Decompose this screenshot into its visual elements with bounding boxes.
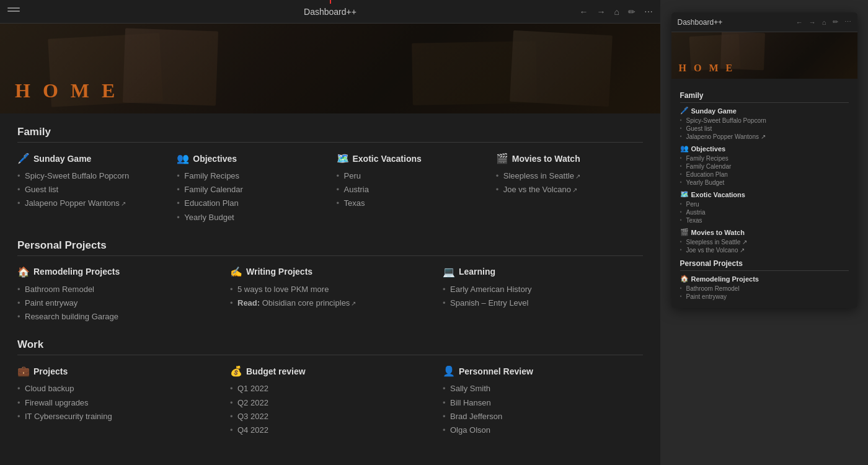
list-item[interactable]: Education Plan (177, 197, 324, 210)
mini-list-item[interactable]: Paint entryway (680, 293, 849, 301)
list-item[interactable]: Q4 2022 (230, 423, 430, 437)
mini-back-button[interactable]: ← (796, 19, 803, 26)
back-button[interactable]: ← (580, 7, 588, 17)
mini-list-item[interactable]: Joe vs the Volcano ↗ (680, 246, 849, 254)
list-item[interactable]: 5 ways to love PKM more (230, 283, 430, 296)
list-item[interactable]: Brad Jefferson (443, 410, 643, 423)
card-header-work-1[interactable]: 💰Budget review (230, 365, 430, 377)
card-items-personal-projects-1: 5 ways to love PKM moreRead: Obisidian c… (230, 283, 430, 310)
list-item[interactable]: Q1 2022 (230, 382, 430, 396)
mini-section-title: Personal Projects (680, 259, 849, 268)
card-items-work-0: Cloud backupFirewall upgradesIT Cybersec… (17, 382, 218, 423)
home-button[interactable]: ⌂ (614, 7, 619, 17)
more-button[interactable]: ⋯ (644, 7, 653, 17)
edit-button[interactable]: ✏ (628, 7, 636, 17)
list-item[interactable]: Joe vs the Volcano↗ (496, 183, 643, 197)
card-personal-projects-0: 🏠Remodeling ProjectsBathroom RemodelPain… (17, 266, 218, 324)
mini-card-icon: 🎬 (680, 228, 689, 236)
list-item[interactable]: Jalapeno Popper Wantons↗ (17, 197, 164, 210)
card-header-family-2[interactable]: 🗺️Exotic Vacations (337, 153, 484, 164)
card-work-1: 💰Budget reviewQ1 2022Q2 2022Q3 2022Q4 20… (230, 365, 430, 437)
list-item[interactable]: Spanish – Entry Level (443, 296, 643, 310)
mini-more-button[interactable]: ⋯ (844, 18, 851, 26)
card-icon: 💻 (443, 266, 455, 278)
mini-list-item[interactable]: Family Calendar (680, 162, 849, 170)
list-item[interactable]: Yearly Budget (177, 211, 324, 224)
mini-card-title: Objectives (691, 145, 726, 153)
card-header-family-0[interactable]: 🖊️Sunday Game (17, 153, 164, 164)
list-item[interactable]: Guest list (17, 183, 164, 197)
list-item[interactable]: Early American History (443, 283, 643, 296)
mini-list-item[interactable]: Texas (680, 216, 849, 224)
list-item[interactable]: Peru (337, 169, 484, 183)
mini-list-item[interactable]: Yearly Budget (680, 179, 849, 187)
mini-list-item[interactable]: Austria (680, 208, 849, 216)
mini-content[interactable]: Family🖊️Sunday GameSpicy-Sweet Buffalo P… (671, 79, 857, 308)
list-item[interactable]: Bill Hansen (443, 396, 643, 410)
title-bar: Dashboard++ ← → ⌂ ✏ ⋯ (0, 0, 660, 24)
mini-list-item[interactable]: Sleepless in Seattle ↗ (680, 238, 849, 246)
mini-list-item[interactable]: Jalapeno Popper Wantons ↗ (680, 133, 849, 141)
list-item[interactable]: Paint entryway (17, 296, 218, 310)
mini-list-item[interactable]: Spicy-Sweet Buffalo Popcorn (680, 117, 849, 125)
list-item[interactable]: Q2 2022 (230, 396, 430, 410)
card-header-family-1[interactable]: 👥Objectives (177, 153, 324, 164)
mini-card-header[interactable]: 🏠Remodeling Projects (680, 275, 849, 283)
list-item[interactable]: Sleepless in Seattle↗ (496, 169, 643, 183)
mini-app-title: Dashboard++ (678, 18, 723, 27)
card-icon: 🎬 (496, 153, 508, 164)
mini-home-button[interactable]: ⌂ (822, 19, 826, 26)
mini-card-header[interactable]: 🗺️Exotic Vacations (680, 190, 849, 198)
right-panel: Dashboard++ ← → ⌂ ✏ ⋯ H O M E Family🖊️Su… (660, 0, 868, 465)
list-item[interactable]: Austria (337, 183, 484, 197)
list-item[interactable]: Family Recipes (177, 169, 324, 183)
mini-card-icon: 🗺️ (680, 190, 689, 198)
card-title: Exotic Vacations (353, 154, 422, 164)
list-item[interactable]: Texas (337, 197, 484, 210)
card-icon: 💼 (17, 365, 30, 377)
list-item[interactable]: Bathroom Remodel (17, 283, 218, 296)
card-family-3: 🎬Movies to WatchSleepless in Seattle↗Joe… (496, 153, 643, 224)
card-items-family-3: Sleepless in Seattle↗Joe vs the Volcano↗ (496, 169, 643, 197)
card-work-0: 💼ProjectsCloud backupFirewall upgradesIT… (17, 365, 218, 437)
mini-forward-button[interactable]: → (809, 19, 816, 26)
list-item[interactable]: IT Cybersecurity training (17, 410, 218, 423)
mini-card-icon: 🏠 (680, 275, 689, 283)
card-header-work-2[interactable]: 👤Personnel Review (443, 365, 643, 377)
content-area[interactable]: Family🖊️Sunday GameSpicy-Sweet Buffalo P… (0, 113, 660, 465)
card-header-personal-projects-1[interactable]: ✍️Writing Projects (230, 266, 430, 278)
mini-card-header[interactable]: 👥Objectives (680, 144, 849, 153)
mini-card-header[interactable]: 🖊️Sunday Game (680, 107, 849, 115)
mini-card-header[interactable]: 🎬Movies to Watch (680, 228, 849, 236)
list-item[interactable]: Family Calendar (177, 183, 324, 197)
list-item[interactable]: Q3 2022 (230, 410, 430, 423)
card-header-work-0[interactable]: 💼Projects (17, 365, 218, 377)
card-header-family-3[interactable]: 🎬Movies to Watch (496, 153, 643, 164)
card-title: Projects (33, 366, 68, 376)
mini-nav-icons: ← → ⌂ ✏ ⋯ (796, 18, 851, 26)
card-icon: 👥 (177, 153, 189, 164)
sidebar-toggle[interactable] (7, 7, 20, 16)
section-grid-work: 💼ProjectsCloud backupFirewall upgradesIT… (17, 365, 643, 437)
mini-list-item[interactable]: Family Recipes (680, 154, 849, 162)
card-items-personal-projects-2: Early American HistorySpanish – Entry Le… (443, 283, 643, 310)
card-header-personal-projects-0[interactable]: 🏠Remodeling Projects (17, 266, 218, 278)
list-item[interactable]: Spicy-Sweet Buffalo Popcorn (17, 169, 164, 183)
mini-card-items: Family RecipesFamily CalendarEducation P… (680, 154, 849, 187)
mini-list-item[interactable]: Bathroom Remodel (680, 285, 849, 293)
card-icon: 🗺️ (337, 153, 349, 164)
list-item[interactable]: Firewall upgrades (17, 396, 218, 410)
list-item[interactable]: Sally Smith (443, 382, 643, 396)
list-item[interactable]: Cloud backup (17, 382, 218, 396)
mini-edit-button[interactable]: ✏ (833, 18, 838, 26)
list-item[interactable]: Read: Obisidian core principles↗ (230, 296, 430, 310)
mini-list-item[interactable]: Education Plan (680, 170, 849, 179)
mini-list-item[interactable]: Peru (680, 200, 849, 208)
card-header-personal-projects-2[interactable]: 💻Learning (443, 266, 643, 278)
list-item[interactable]: Research building Garage (17, 310, 218, 324)
card-family-1: 👥ObjectivesFamily RecipesFamily Calendar… (177, 153, 324, 224)
list-item[interactable]: Olga Olson (443, 423, 643, 437)
mini-card-icon: 👥 (680, 144, 689, 153)
mini-list-item[interactable]: Guest list (680, 125, 849, 133)
forward-button[interactable]: → (597, 7, 606, 17)
